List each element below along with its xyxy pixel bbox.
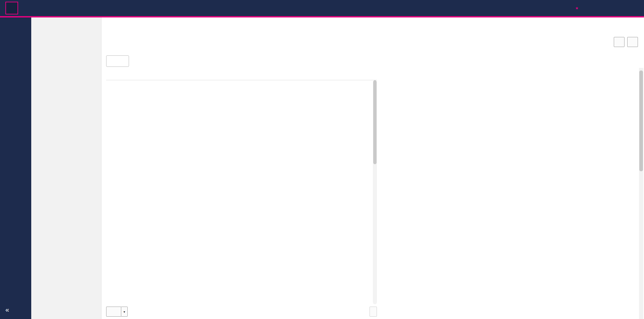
preview-scrollbar-thumb[interactable] [639, 71, 643, 171]
save-view-dropdown-button[interactable]: ▾ [121, 307, 128, 317]
grouping-chip[interactable] [106, 55, 129, 67]
view-toggles [614, 37, 638, 47]
columns-layout-button[interactable] [614, 37, 625, 47]
sort-ascending-icon [110, 59, 115, 63]
close-icon[interactable] [121, 59, 125, 63]
save-view-group: ▾ [106, 307, 128, 317]
refresh-results-button[interactable] [573, 24, 581, 31]
columns-icon [616, 39, 622, 45]
pin-icon [602, 25, 608, 31]
split-view-icon [630, 39, 635, 45]
back-icon [54, 5, 60, 11]
results-panel: ▾ [106, 53, 377, 319]
forward-button[interactable] [66, 4, 73, 12]
logo-icon [9, 5, 15, 11]
reload-button[interactable] [79, 4, 86, 12]
double-chevron-down-icon [366, 58, 372, 64]
results-table [106, 69, 377, 304]
preview-tabs [384, 55, 633, 68]
main-header [101, 17, 644, 53]
title-row [106, 21, 638, 34]
table-scrollbar [373, 80, 377, 304]
pin-search-options-button[interactable] [599, 25, 608, 31]
search-options [573, 24, 638, 31]
table-header [106, 69, 377, 80]
merkliste-dropdown-button[interactable] [596, 5, 602, 11]
reload-icon [79, 5, 85, 11]
show-search-options-button[interactable] [629, 25, 638, 31]
filter-row [106, 53, 377, 69]
back-button[interactable] [53, 4, 60, 12]
collapse-sidebar-button[interactable]: « [0, 302, 31, 319]
table-scrollbar-thumb[interactable] [373, 80, 377, 164]
save-icon [110, 309, 115, 314]
topbar-right: ★ [564, 3, 639, 13]
topbar: ★ [0, 0, 644, 16]
preview-scrollbar [639, 68, 643, 319]
app-window: ★ « [0, 0, 644, 319]
main-area: ▾ [101, 17, 644, 319]
merkliste-delete-button[interactable] [584, 4, 591, 12]
star-icon: ★ [575, 6, 578, 10]
expand-groupings-button[interactable] [363, 58, 377, 64]
continue-search-button[interactable] [370, 307, 377, 317]
app-body: « [0, 17, 644, 319]
secondary-sidebar [31, 17, 101, 319]
split-view-button[interactable] [627, 37, 638, 47]
table-body-wrap [106, 80, 377, 304]
user-avatar-icon [620, 4, 630, 13]
results-footer: ▾ [106, 304, 377, 319]
double-chevron-down-icon [632, 25, 638, 31]
plus-circle-icon [565, 5, 571, 11]
table-rows [106, 80, 373, 304]
save-view-button[interactable] [106, 307, 121, 317]
history-controls [53, 4, 86, 12]
chevron-down-icon [597, 6, 601, 10]
primary-navigation: « [0, 17, 31, 319]
trash-icon [585, 5, 591, 11]
toolbar-row-1 [106, 37, 638, 47]
merkliste-button[interactable]: ★ [564, 4, 579, 12]
forward-icon [67, 5, 73, 11]
preview-sections [384, 71, 633, 319]
refresh-icon [574, 25, 580, 31]
app-logo[interactable] [5, 2, 18, 14]
preview-panel [377, 53, 644, 319]
chevron-down-icon [634, 6, 638, 10]
content-row: ▾ [101, 53, 644, 319]
user-menu-button[interactable] [620, 3, 639, 13]
